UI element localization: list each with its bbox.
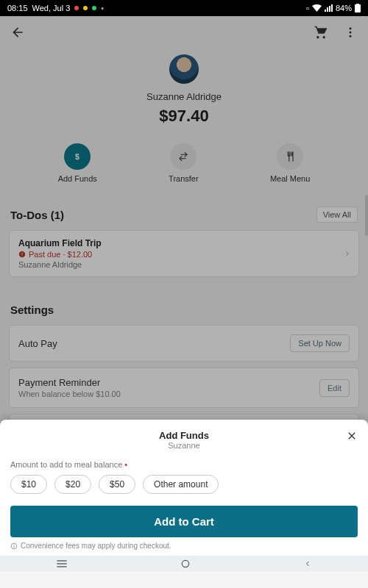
setting-label: Auto Pay bbox=[18, 338, 57, 349]
todos-title: To-Dos (1) bbox=[10, 209, 64, 221]
meal-menu-action[interactable]: Meal Menu bbox=[270, 143, 310, 183]
fee-note: Convenience fees may apply during checko… bbox=[10, 542, 358, 550]
scroll-indicator[interactable] bbox=[365, 195, 368, 236]
todo-card[interactable]: Aquarium Field Trip Past due · $12.00 Su… bbox=[9, 230, 359, 277]
more-icon[interactable] bbox=[342, 24, 359, 41]
svg-point-15 bbox=[182, 560, 188, 567]
amount-chip-10[interactable]: $10 bbox=[10, 475, 47, 494]
autopay-row[interactable]: Auto Pay Set Up Now bbox=[9, 325, 359, 362]
dollar-icon: $ bbox=[64, 143, 91, 170]
meal-menu-icon bbox=[277, 143, 303, 170]
amount-field-label: Amount to add to meal balance • bbox=[10, 460, 358, 469]
svg-rect-1 bbox=[356, 4, 359, 5]
info-icon bbox=[10, 542, 18, 550]
transfer-icon bbox=[170, 143, 197, 170]
svg-rect-11 bbox=[14, 544, 15, 545]
svg-point-4 bbox=[350, 35, 352, 37]
close-icon[interactable] bbox=[346, 430, 358, 442]
add-to-cart-button[interactable]: Add to Cart bbox=[10, 506, 358, 537]
balance-amount: $97.40 bbox=[0, 107, 368, 126]
notif-dot bbox=[83, 6, 88, 10]
back-button[interactable] bbox=[9, 24, 26, 41]
amount-chip-row: $10 $20 $50 Other amount bbox=[10, 475, 358, 494]
fee-note-text: Convenience fees may apply during checko… bbox=[21, 542, 171, 550]
svg-rect-7 bbox=[22, 253, 23, 255]
todo-student: Suzanne Aldridge bbox=[18, 260, 350, 269]
view-all-button[interactable]: View All bbox=[316, 207, 358, 223]
action-label: Transfer bbox=[169, 174, 199, 183]
add-funds-action[interactable]: $ Add Funds bbox=[58, 143, 97, 183]
svg-rect-10 bbox=[14, 545, 15, 548]
chevron-right-icon bbox=[344, 248, 351, 259]
todo-title: Aquarium Field Trip bbox=[18, 238, 350, 248]
android-status-bar: 08:15 Wed, Jul 3 • ▫ 84% bbox=[0, 0, 368, 16]
notif-dot bbox=[74, 6, 79, 10]
back-nav-button[interactable] bbox=[303, 559, 312, 569]
svg-rect-14 bbox=[57, 566, 67, 567]
amount-chip-20[interactable]: $20 bbox=[54, 475, 91, 494]
setting-sub: When balance below $10.00 bbox=[18, 390, 121, 398]
svg-text:$: $ bbox=[75, 152, 79, 161]
status-battery: 84% bbox=[336, 4, 352, 12]
svg-rect-12 bbox=[57, 560, 67, 561]
amount-chip-other[interactable]: Other amount bbox=[143, 475, 219, 494]
edit-button[interactable]: Edit bbox=[319, 379, 350, 397]
setting-label: Payment Reminder bbox=[18, 377, 121, 388]
status-time: 08:15 bbox=[7, 4, 28, 12]
cart-icon[interactable] bbox=[312, 24, 330, 41]
android-nav-bar bbox=[0, 556, 368, 572]
add-funds-sheet: Add Funds Suzanne Amount to add to meal … bbox=[0, 420, 368, 556]
todo-status: Past due · $12.00 bbox=[18, 250, 350, 259]
notif-more: • bbox=[101, 4, 104, 12]
sheet-subtitle: Suzanne bbox=[10, 441, 358, 450]
settings-title: Settings bbox=[10, 304, 358, 316]
status-vowifi-icon: ▫ bbox=[306, 4, 309, 12]
action-row: $ Add Funds Transfer Meal Menu bbox=[0, 136, 368, 196]
sheet-title: Add Funds bbox=[10, 430, 358, 441]
alert-icon bbox=[18, 251, 26, 258]
setup-now-button[interactable]: Set Up Now bbox=[290, 334, 350, 352]
transfer-action[interactable]: Transfer bbox=[169, 143, 199, 183]
todo-status-text: Past due · $12.00 bbox=[29, 250, 92, 259]
svg-point-3 bbox=[350, 32, 352, 34]
svg-point-2 bbox=[350, 27, 352, 29]
action-label: Add Funds bbox=[58, 174, 97, 183]
todos-header-row: To-Dos (1) View All bbox=[0, 196, 368, 230]
recents-button[interactable] bbox=[56, 559, 68, 568]
svg-rect-8 bbox=[22, 256, 23, 257]
action-label: Meal Menu bbox=[270, 174, 310, 183]
notif-dot bbox=[92, 6, 96, 10]
payment-reminder-row[interactable]: Payment Reminder When balance below $10.… bbox=[9, 368, 359, 408]
app-bar bbox=[0, 16, 368, 49]
status-signal-icon bbox=[325, 4, 333, 12]
svg-rect-0 bbox=[355, 4, 361, 12]
home-button[interactable] bbox=[180, 559, 191, 569]
status-wifi-icon bbox=[312, 4, 322, 12]
student-name: Suzanne Aldridge bbox=[0, 91, 368, 102]
status-date: Wed, Jul 3 bbox=[32, 4, 71, 12]
battery-icon bbox=[355, 4, 361, 12]
profile-header: Suzanne Aldridge $97.40 bbox=[0, 49, 368, 136]
avatar[interactable] bbox=[169, 54, 199, 84]
amount-chip-50[interactable]: $50 bbox=[99, 475, 135, 494]
svg-rect-13 bbox=[57, 563, 67, 564]
